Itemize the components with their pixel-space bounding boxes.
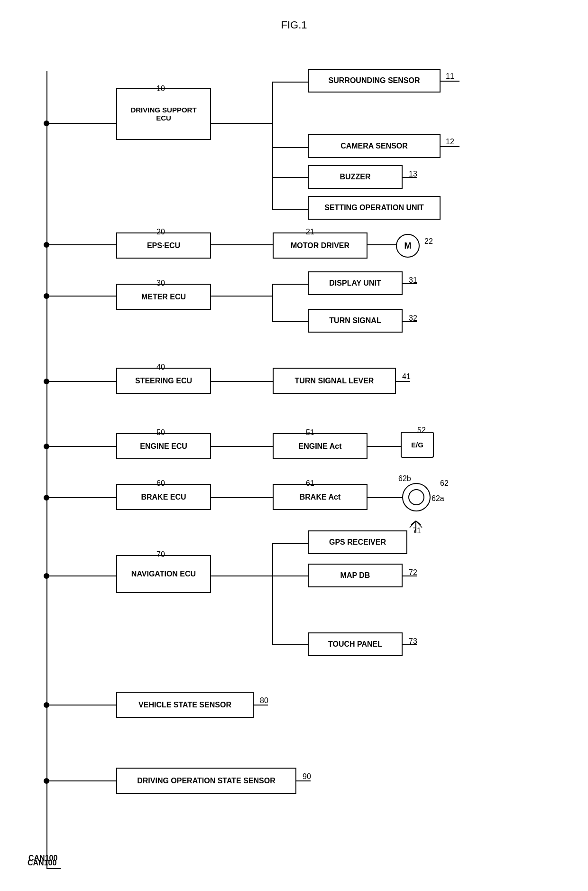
hline-after-mapdb <box>403 575 417 576</box>
turn-signal-box: TURN SIGNAL <box>308 309 403 333</box>
buzzer-box: BUZZER <box>308 165 403 189</box>
motor-circle: M <box>396 234 420 258</box>
turn-signal-lever-box: TURN SIGNAL LEVER <box>273 368 396 394</box>
brake-act-box: BRAKE Act <box>273 484 368 510</box>
svg-line-4 <box>416 521 422 528</box>
hline-after-buzzer <box>403 177 417 178</box>
ref-51: 51 <box>306 428 314 437</box>
hline-motor-to-m <box>368 244 396 245</box>
ref-70: 70 <box>156 550 165 559</box>
hline-after-touch <box>403 644 417 645</box>
ref-21: 21 <box>306 228 314 236</box>
hline-camera <box>272 147 308 148</box>
vline-sensor-bracket <box>272 82 273 210</box>
hline-engineact-to-eg <box>368 446 401 447</box>
hline-buzzer <box>272 177 308 178</box>
motor-driver-box: MOTOR DRIVER <box>273 232 368 259</box>
hline-meter-to-bracket <box>211 296 273 297</box>
hline-nav <box>47 575 116 576</box>
engine-ecu-box: ENGINE ECU <box>116 433 211 459</box>
ref-80: 80 <box>260 696 268 705</box>
hline-eps-to-motor <box>211 244 273 245</box>
eps-ecu-box: EPS·ECU <box>116 232 211 259</box>
ref-52: 52 <box>417 426 426 435</box>
hline-setting <box>272 209 308 210</box>
display-unit-box: DISPLAY UNIT <box>308 271 403 295</box>
hline-nav-to-bracket <box>211 575 273 576</box>
hline-after-doss <box>296 780 311 781</box>
ref-41: 41 <box>402 372 411 381</box>
map-db-box: MAP DB <box>308 564 403 587</box>
ref-50: 50 <box>156 428 165 437</box>
ref-62: 62 <box>440 479 449 488</box>
navigation-ecu-box: NAVIGATION ECU <box>116 555 211 593</box>
engine-act-box: ENGINE Act <box>273 433 368 459</box>
brake-ecu-box: BRAKE ECU <box>116 484 211 510</box>
hline-after-display <box>403 283 417 284</box>
hline-gps <box>272 543 308 544</box>
ref-61: 61 <box>306 479 314 488</box>
hline-brake <box>47 497 116 498</box>
driving-op-state-sensor-box: DRIVING OPERATION STATE SENSOR <box>116 768 296 794</box>
hline-touchpanel <box>272 644 308 645</box>
ref-62b: 62b <box>398 474 411 483</box>
svg-line-3 <box>410 521 416 528</box>
touch-panel-box: TOUCH PANEL <box>308 632 403 656</box>
hline-vss <box>47 705 116 705</box>
steering-ecu-box: STEERING ECU <box>116 368 211 394</box>
hline-engine <box>47 446 116 447</box>
hline-after-turn-signal <box>403 321 417 322</box>
ref-10: 10 <box>156 84 165 93</box>
ref-11: 11 <box>446 72 454 81</box>
hline-dse-to-sensor <box>211 123 273 124</box>
can-label-bottom: CAN100 <box>28 859 56 867</box>
antenna-icon <box>409 516 423 533</box>
ref-62a: 62a <box>432 494 444 503</box>
hline-after-camera <box>441 146 459 147</box>
hline-after-surrounding <box>441 81 459 82</box>
vehicle-state-sensor-box: VEHICLE STATE SENSOR <box>116 692 254 718</box>
hline-after-lever <box>396 381 410 382</box>
ref-22: 22 <box>424 237 433 246</box>
meter-ecu-box: METER ECU <box>116 284 211 310</box>
vline-nav-bracket <box>272 543 273 645</box>
hline-dse <box>47 123 116 124</box>
hline-brakeact-to-circle <box>368 497 403 498</box>
hline-turn-signal <box>272 321 308 322</box>
hline-display <box>272 284 308 285</box>
ref-40: 40 <box>156 363 165 371</box>
hline-engine-to-act <box>211 446 273 447</box>
ref-20: 20 <box>156 228 165 236</box>
can-bottom-tick <box>46 868 61 869</box>
surrounding-sensor-box: SURROUNDING SENSOR <box>308 69 441 93</box>
hline-doss <box>47 780 116 781</box>
can-bus-line <box>46 71 47 868</box>
brake-wheel-inner <box>408 489 424 505</box>
hline-mapdb <box>272 575 308 576</box>
hline-brake-to-act <box>211 497 273 498</box>
ref-60: 60 <box>156 479 165 488</box>
camera-sensor-box: CAMERA SENSOR <box>308 134 441 158</box>
hline-after-vss <box>254 705 268 705</box>
diagram: FIG.1 CAN100 DRIVING SUPPORT ECU 10 SURR… <box>0 0 588 891</box>
vline-meter-bracket <box>272 284 273 322</box>
hline-eps <box>47 244 116 245</box>
hline-steering <box>47 381 116 382</box>
hline-meter <box>47 296 116 297</box>
figure-title: FIG.1 <box>281 19 307 31</box>
gps-receiver-box: GPS RECEIVER <box>308 530 407 554</box>
hline-steering-to-lever <box>211 381 273 382</box>
eg-box: E/G <box>401 432 434 458</box>
driving-support-ecu-box: DRIVING SUPPORT ECU <box>116 88 211 140</box>
ref-90: 90 <box>303 772 311 781</box>
setting-operation-box: SETTING OPERATION UNIT <box>308 196 441 220</box>
ref-12: 12 <box>446 138 454 146</box>
ref-30: 30 <box>156 279 165 288</box>
hline-surrounding <box>272 82 308 83</box>
